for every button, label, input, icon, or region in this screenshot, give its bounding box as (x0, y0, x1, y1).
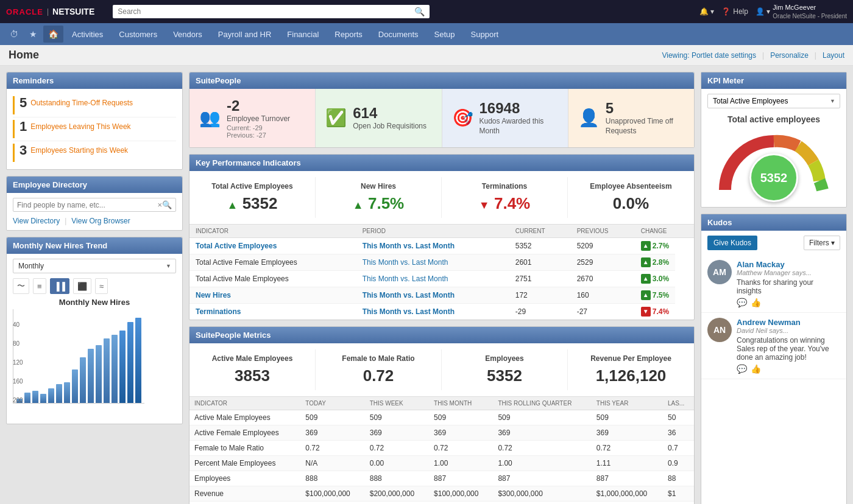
metrics-year-cell: $1,126,120 (592, 501, 663, 504)
kpi-header: Key Performance Indicators (189, 155, 694, 171)
sp-card-jobs: ✅ 614 Open Job Requisitions (316, 89, 442, 147)
nav-setup[interactable]: Setup (427, 23, 462, 45)
kpi-current-cell: -29 (509, 304, 571, 320)
kudos-comment-icon-2[interactable]: 💬 (737, 364, 747, 374)
metrics-last-cell: 88 (663, 471, 694, 486)
top-right-controls: 🔔 ▾ ❓ Help 👤 ▾ Jim McGeever Oracle NetSu… (699, 3, 847, 19)
nav-financial[interactable]: Financial (280, 23, 326, 45)
metrics-month-cell: $100,000,000 (429, 486, 493, 501)
search-button[interactable]: 🔍 (414, 7, 425, 16)
kudos-actions-2: 💬 👍 (737, 364, 840, 374)
kpi-change-cell: ▲ 2.7% (635, 238, 675, 254)
metrics-col-label-1: Active Male Employees (196, 354, 309, 363)
nav-clock-icon[interactable]: ⏱ (5, 26, 23, 43)
kpi-value-display-2: 7.5% (368, 194, 404, 212)
nav-vendors[interactable]: Vendors (166, 23, 210, 45)
reminder-text[interactable]: Employees Leaving This Week (30, 120, 130, 132)
monthly-dropdown[interactable]: Monthly Weekly Yearly (13, 259, 176, 273)
metrics-indicator-cell: Employees (189, 471, 300, 486)
th-change: CHANGE (635, 225, 694, 238)
kpi-indicator-cell[interactable]: Total Active Employees (189, 237, 356, 254)
th-indicator: INDICATOR (189, 225, 356, 238)
search-icon[interactable]: 🔍 (162, 200, 172, 209)
search-input[interactable] (118, 7, 414, 16)
nav-star-icon[interactable]: ★ (24, 26, 42, 43)
sp-icon-check: ✅ (325, 108, 347, 128)
reminder-text[interactable]: Outstanding Time-Off Requests (30, 96, 133, 108)
directory-links: View Directory | View Org Browser (13, 217, 176, 225)
chart-bar (40, 394, 46, 403)
kpi-value-display-1: 5352 (242, 194, 278, 212)
kpi-period-cell[interactable]: This Month vs. Last Month (356, 237, 509, 254)
kudos-comment-icon[interactable]: 💬 (737, 298, 747, 307)
reminder-item: 1 Employees Leaving This Week (13, 117, 176, 141)
metrics-quarter-cell: 369 (493, 425, 591, 440)
reminder-text[interactable]: Employees Starting this Week (30, 144, 128, 156)
metrics-table-row: Percent Male Employees N/A 0.00 1.00 1.0… (189, 455, 694, 471)
metrics-month-cell: 1.00 (429, 455, 493, 471)
kpi-col-label-2: New Hires (322, 182, 435, 191)
nav-home-icon[interactable]: 🏠 (43, 26, 63, 43)
kpi-period-cell[interactable]: This Month vs. Last Month (356, 271, 509, 287)
kpi-table-row: New Hires This Month vs. Last Month 172 … (189, 287, 694, 304)
help-btn[interactable]: ❓ Help (721, 7, 748, 16)
metrics-month-cell: 0.72 (429, 440, 493, 455)
kpi-col-total-employees: Total Active Employees ▲ 5352 (189, 177, 316, 218)
kpi-meter-select[interactable]: Total Active Employees New Hires Termina… (707, 94, 840, 108)
kudos-name-1[interactable]: Alan Mackay (737, 260, 840, 269)
layout-link[interactable]: Layout (823, 51, 844, 60)
chart-area-btn[interactable]: ≡ (33, 278, 46, 294)
portlet-date-link[interactable]: Viewing: Portlet date settings (662, 51, 756, 60)
personalize-link[interactable]: Personalize (770, 51, 809, 60)
kpi-change-cell: ▲ 2.8% (635, 254, 675, 271)
chart-bar (80, 357, 86, 403)
kpi-indicator-cell[interactable]: Terminations (189, 304, 356, 320)
nav-customers[interactable]: Customers (111, 23, 165, 45)
metrics-today-cell: 888 (300, 471, 364, 486)
filters-button[interactable]: Filters ▾ (804, 236, 840, 250)
metrics-table-row: Revenue Per Employee $112,612 $225,224 $… (189, 501, 694, 504)
kpi-indicator-cell[interactable]: New Hires (189, 287, 356, 304)
kpi-big-numbers: Total Active Employees ▲ 5352 New Hires … (189, 171, 694, 225)
kpi-period-cell[interactable]: This Month vs. Last Month (356, 304, 509, 320)
kpi-current-cell: 2601 (509, 254, 571, 271)
kudos-like-icon[interactable]: 👍 (751, 298, 761, 307)
user-menu-btn[interactable]: 👤 ▾ Jim McGeever Oracle NetSuite - Presi… (756, 3, 847, 19)
kudos-like-icon-2[interactable]: 👍 (751, 364, 761, 374)
chart-bar-btn[interactable]: ▐▐ (50, 278, 69, 294)
clear-icon[interactable]: × (157, 200, 162, 209)
kudos-header: Kudos (701, 214, 846, 231)
chart-other-btn[interactable]: ⬛ (73, 278, 91, 294)
chart-wave-btn[interactable]: ≈ (95, 278, 108, 294)
nav-documents[interactable]: Documents (371, 23, 426, 45)
kpi-table-row: Total Active Female Employees This Month… (189, 254, 694, 271)
kpi-table-header-row: INDICATOR PERIOD CURRENT PREVIOUS CHANGE (189, 225, 694, 238)
chart-line-btn[interactable]: 〜 (13, 278, 29, 294)
th-period: PERIOD (356, 225, 509, 238)
kpi-previous-cell: -27 (571, 304, 635, 320)
metrics-today-cell: $112,612 (300, 501, 364, 504)
kudos-item: AN Andrew Newman David Neil says... Cong… (701, 313, 846, 379)
metrics-quarter-cell: 0.72 (493, 440, 591, 455)
metrics-big-numbers: Active Male Employees 3853 Female to Mal… (189, 343, 694, 397)
view-directory-link[interactable]: View Directory (13, 217, 60, 225)
nav-support[interactable]: Support (464, 23, 506, 45)
give-kudos-button[interactable]: Give Kudos (707, 236, 757, 250)
kpi-period-cell[interactable]: This Month vs. Last Month (356, 287, 509, 304)
metrics-year-cell: 0.72 (592, 440, 663, 455)
kudos-actions-1: 💬 👍 (737, 298, 840, 307)
nav-payroll[interactable]: Payroll and HR (211, 23, 278, 45)
kudos-avatar-2: AN (707, 318, 732, 342)
kudos-from-2: David Neil says... (737, 327, 840, 334)
nav-activities[interactable]: Activities (65, 23, 110, 45)
gauge-value-display: 5352 (749, 153, 798, 202)
nav-reports[interactable]: Reports (327, 23, 370, 45)
notifications-btn[interactable]: 🔔 ▾ (699, 7, 714, 16)
metrics-indicator-cell: Active Female Employees (189, 425, 300, 440)
kpi-period-cell[interactable]: This Month vs. Last Month (356, 254, 509, 271)
metrics-col-label-3: Employees (448, 354, 561, 363)
employee-search-input[interactable] (17, 201, 157, 209)
kudos-name-2[interactable]: Andrew Newman (737, 318, 840, 327)
kpi-big-value-1: ▲ 5352 (196, 194, 309, 213)
view-org-browser-link[interactable]: View Org Browser (71, 217, 130, 225)
